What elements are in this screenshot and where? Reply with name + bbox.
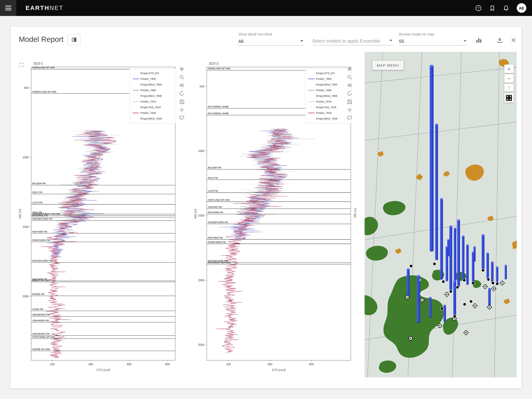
x-tick-label: 400 bbox=[88, 363, 93, 366]
save-icon[interactable] bbox=[347, 99, 352, 104]
y-tick-label: 2000 bbox=[22, 295, 29, 298]
compare-icon[interactable] bbox=[179, 83, 184, 88]
chart-icon[interactable] bbox=[475, 37, 482, 44]
model-bar[interactable] bbox=[472, 252, 474, 283]
well-head-marker[interactable] bbox=[442, 280, 445, 283]
hamburger-menu-button[interactable] bbox=[0, 0, 16, 16]
model-bar[interactable] bbox=[453, 280, 456, 316]
review-model-group: Review model on map 55 bbox=[399, 32, 467, 46]
model-bar[interactable] bbox=[443, 305, 446, 322]
plot-legend: Empty:DTS_EDPredict_7805Empty:Blind_7805… bbox=[130, 69, 176, 123]
model-bar[interactable] bbox=[446, 246, 448, 281]
map-fullscreen-button[interactable] bbox=[504, 93, 513, 102]
ensemble-group: Select models to apply Ensemble bbox=[312, 37, 393, 45]
legend-entry: Empty:Blind_7805 bbox=[140, 83, 162, 86]
chevron-down-icon bbox=[389, 40, 392, 42]
legend-entry: Empty:Test_7818 bbox=[316, 106, 336, 109]
blind-filter-select[interactable]: All bbox=[238, 37, 304, 46]
model-bar[interactable] bbox=[407, 268, 410, 297]
close-icon[interactable] bbox=[510, 37, 517, 44]
model-bar[interactable] bbox=[462, 235, 464, 280]
report-columns-button[interactable] bbox=[67, 34, 81, 45]
x-axis-label: DTS [us/f] bbox=[272, 368, 286, 372]
review-model-value: 55 bbox=[399, 39, 404, 44]
review-model-select[interactable]: 55 bbox=[399, 37, 467, 46]
map-menu-button[interactable]: MAP MENU bbox=[372, 61, 403, 70]
hover-icon[interactable] bbox=[179, 115, 184, 120]
spikeline-icon[interactable] bbox=[347, 107, 352, 112]
save-icon[interactable] bbox=[179, 99, 184, 104]
formation-label: SOGNEFJORD FM bbox=[32, 218, 52, 220]
spikeline-icon[interactable] bbox=[179, 107, 184, 112]
model-bar[interactable] bbox=[491, 261, 494, 283]
map-zoom-in-button[interactable]: + bbox=[504, 64, 513, 73]
reset-axes-icon[interactable] bbox=[347, 91, 352, 96]
well-head-marker[interactable] bbox=[456, 286, 459, 289]
well-head-marker[interactable] bbox=[463, 279, 466, 282]
model-bar[interactable] bbox=[466, 244, 469, 285]
model-bar[interactable] bbox=[449, 225, 452, 291]
legend-entry: Empty:DTS_ED bbox=[316, 72, 335, 75]
formation-label: NO FORMAL NAME bbox=[208, 112, 229, 115]
plot-toolbar bbox=[347, 66, 352, 120]
model-bar[interactable] bbox=[429, 297, 431, 318]
formation-label: NO GROUP DEFINED bbox=[208, 261, 231, 264]
model-bar[interactable] bbox=[496, 266, 498, 284]
user-avatar[interactable]: AE bbox=[517, 3, 526, 13]
well-head-marker[interactable] bbox=[491, 281, 494, 285]
legend-entry: Empty:Blind_7806 bbox=[140, 95, 162, 97]
well-log-plot-2[interactable]: 31/2-25001000150020002500200400600DTS [u… bbox=[193, 60, 360, 372]
hamburger-bar bbox=[5, 8, 11, 8]
well-head-marker[interactable] bbox=[453, 315, 456, 318]
model-bar[interactable] bbox=[487, 253, 489, 279]
model-bar[interactable] bbox=[457, 219, 460, 287]
model-bar[interactable] bbox=[482, 234, 484, 270]
legend-entry: Predict_7805 bbox=[140, 77, 156, 80]
map-canvas[interactable]: 2 bbox=[365, 52, 517, 377]
well-head-marker[interactable] bbox=[440, 307, 443, 310]
legend-entry: Empty:Blind_7805 bbox=[316, 83, 337, 86]
x-tick-label: 600 bbox=[309, 363, 314, 366]
well-head-marker[interactable] bbox=[472, 281, 475, 285]
well-head-marker[interactable] bbox=[487, 278, 490, 281]
model-bar[interactable] bbox=[488, 288, 491, 307]
model-bar[interactable] bbox=[417, 275, 420, 323]
well-head-marker[interactable] bbox=[496, 282, 499, 285]
top-navbar: EARTHNET ? AE bbox=[0, 0, 532, 16]
well-head-marker[interactable] bbox=[433, 262, 436, 265]
help-icon[interactable]: ? bbox=[475, 5, 482, 11]
model-bar[interactable] bbox=[454, 228, 456, 283]
chevron-down-icon bbox=[463, 40, 466, 42]
well-log-plot-1[interactable]: 31/2-1500100015002000200400600800DTS [us… bbox=[18, 60, 184, 372]
download-icon[interactable] bbox=[496, 37, 503, 44]
bookmark-icon[interactable] bbox=[489, 5, 495, 11]
reset-axes-icon[interactable] bbox=[179, 91, 184, 96]
app-root: EARTHNET ? AE Model Report bbox=[0, 0, 532, 399]
well-head-marker[interactable] bbox=[410, 264, 412, 267]
map-zoom-out-button[interactable]: − bbox=[504, 74, 513, 83]
zoom-icon[interactable] bbox=[179, 75, 184, 80]
blind-filter-value: All bbox=[238, 39, 243, 44]
compare-icon[interactable] bbox=[347, 83, 352, 88]
ensemble-select[interactable]: Select models to apply Ensemble bbox=[312, 37, 393, 45]
pan-icon[interactable] bbox=[179, 66, 184, 72]
model-bar[interactable] bbox=[440, 198, 443, 280]
zoom-icon[interactable] bbox=[347, 75, 352, 80]
well-head-marker[interactable] bbox=[481, 269, 484, 272]
formation-label: JOHANSEN FM bbox=[32, 319, 49, 322]
pan-icon[interactable] bbox=[347, 66, 352, 72]
well-head-marker[interactable] bbox=[463, 303, 466, 306]
hover-icon[interactable] bbox=[347, 115, 352, 120]
model-bar[interactable] bbox=[430, 65, 434, 252]
well-head-marker[interactable] bbox=[449, 290, 452, 293]
chevron-down-icon bbox=[300, 40, 303, 42]
plot-toolbar bbox=[179, 66, 184, 120]
notifications-bell-icon[interactable] bbox=[503, 5, 509, 11]
y-tick-label: 1000 bbox=[198, 150, 204, 152]
well-head-marker[interactable] bbox=[469, 300, 472, 303]
model-bar[interactable] bbox=[435, 124, 438, 260]
y-axis-label: MD [m] bbox=[194, 209, 197, 218]
formation-label: AMUNDSEN FM bbox=[32, 313, 50, 316]
model-bar[interactable] bbox=[505, 265, 507, 279]
map-tilt-control[interactable]: ▲ ▽ bbox=[504, 84, 513, 91]
